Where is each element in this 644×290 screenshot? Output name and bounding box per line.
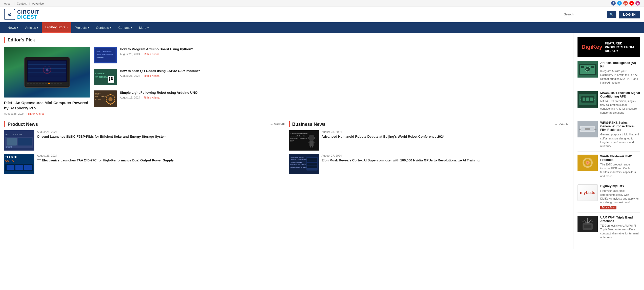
svg-text:ARDUINO USING: ARDUINO USING <box>97 53 113 56</box>
sidebar-product-title-5: UAM Wi-Fi Triple Band Antennas <box>600 216 640 223</box>
nav-more-arrow: ▾ <box>147 26 149 29</box>
editors-pick-grid: 🍇 Pilet - An Opensource Mini-Computer Po… <box>4 47 569 115</box>
svg-rect-32 <box>111 77 113 79</box>
search-button[interactable]: 🔍 <box>607 11 616 18</box>
sidebar-product-1[interactable]: MAX40109 Precision Signal Conditioning A… <box>578 91 640 118</box>
ep-list-author-0: Rithik Krisna <box>144 53 160 56</box>
login-button[interactable]: LOG IN <box>619 11 640 18</box>
sidebar-product-2[interactable]: WRIS-RSKS Series General-Purpose Thick-F… <box>578 121 640 152</box>
svg-rect-57 <box>15 165 23 170</box>
nav-contests[interactable]: Contests ▾ <box>93 23 115 33</box>
svg-text:ESP32-CAM: ESP32-CAM <box>95 73 105 75</box>
editors-pick-header: Editor's Pick <box>4 37 569 43</box>
nav-digikey-store[interactable]: DigiKey Store ▾ <box>42 22 71 33</box>
product-news-view-all[interactable]: → View All <box>270 123 284 126</box>
sidebar-product-info-0: Artificial Intelligence (AI) Kit Integra… <box>600 61 640 85</box>
product-news-title: Product News <box>8 122 38 127</box>
nav-contact[interactable]: Contact ▾ <box>115 23 136 33</box>
sidebar-product-info-3: Würth Elektronik EMC Products The EMC pr… <box>600 155 640 178</box>
sidebar-product-3[interactable]: Würth Elektronik EMC Products The EMC pr… <box>578 155 640 182</box>
business-news-item-1[interactable]: "Elon Musk Reveals Cortex AI Supercomput… <box>289 154 569 174</box>
svg-text:FOLLOWING: FOLLOWING <box>95 96 106 98</box>
contact-link[interactable]: Contact <box>17 2 27 5</box>
editors-pick-list-item-0[interactable]: PROGRAMMING ARDUINO USING PYTHON How to … <box>94 47 569 66</box>
product-news-item-1[interactable]: TAA DUAL OUTPUT August 23, 2024 TT Elect… <box>4 154 285 174</box>
svg-text:LIGHT: LIGHT <box>95 93 101 95</box>
digikey-banner[interactable]: DigiKey FEATURED PRODUCTS FROM DIGIKEY <box>578 37 640 57</box>
svg-text:PYTHON: PYTHON <box>97 57 104 58</box>
svg-text:"China Presents Advanced: "China Presents Advanced <box>290 133 308 134</box>
svg-text:🍇: 🍇 <box>45 68 49 71</box>
sidebar-product-4[interactable]: myLists DigiKey myLists Find your electr… <box>578 184 640 213</box>
product-news-header: Product News → View All <box>4 121 285 127</box>
nav-news[interactable]: News ▾ <box>4 23 22 33</box>
twitter-icon[interactable]: t <box>617 1 622 6</box>
svg-text:Si/SiC F5BP-PIMs: Si/SiC F5BP-PIMs <box>5 133 22 135</box>
product-news-item-0[interactable]: Si/SiC F5BP-PIMs onsemi August 28, 2024 … <box>4 130 285 151</box>
editors-pick-list-item-1[interactable]: ESP32-CAM QR CODE SCAN How to scan QR Co… <box>94 69 569 88</box>
sidebar-product-img-0: AI <box>578 61 598 78</box>
advertise-link[interactable]: Advertise <box>32 2 44 5</box>
svg-rect-35 <box>112 79 113 80</box>
sidebar: DigiKey FEATURED PRODUCTS FROM DIGIKEY A… <box>573 33 644 249</box>
raspberry-pi-illustration: 🍇 <box>19 52 75 92</box>
editors-pick-title: Editor's Pick <box>8 37 35 43</box>
svg-text:100,000 Nvidia GPUs to: 100,000 Nvidia GPUs to <box>290 164 306 165</box>
take-tour-button[interactable]: Take a Tour <box>600 206 616 209</box>
ep-list-thumb-1: ESP32-CAM QR CODE SCAN <box>94 69 117 85</box>
sidebar-product-title-3: Würth Elektronik EMC Products <box>600 155 640 162</box>
sidebar-product-desc-2: General-purpose thick-film, anti-sulfur … <box>600 133 640 148</box>
svg-rect-101 <box>585 128 590 130</box>
business-news-title-0: Advanced Humanoid Robots Debuts at Beiji… <box>322 134 569 139</box>
search-input[interactable] <box>561 11 607 18</box>
svg-text:2024": 2024" <box>290 140 294 142</box>
nav-news-arrow: ▾ <box>17 26 18 29</box>
news-columns: Product News → View All Si/SiC F5BP-PIMs… <box>4 121 569 178</box>
business-news-view-all[interactable]: → View All <box>555 123 569 126</box>
ep-list-author-2: Rithik Krisna <box>144 96 160 99</box>
svg-rect-33 <box>109 79 110 81</box>
editors-pick-main-article[interactable]: 🍇 Pilet - An Opensource Mini-Computer Po… <box>4 47 90 115</box>
youtube-icon[interactable]: ▶ <box>629 1 634 6</box>
sidebar-product-title-4: DigiKey myLists <box>600 184 640 188</box>
nav-more[interactable]: More ▾ <box>136 23 152 33</box>
svg-point-106 <box>587 162 588 163</box>
sidebar-product-5[interactable]: UAM Wi-Fi Triple Band Antennas TE Connec… <box>578 216 640 243</box>
about-link[interactable]: About <box>4 2 11 5</box>
svg-rect-13 <box>42 83 44 84</box>
product-news-col: Product News → View All Si/SiC F5BP-PIMs… <box>4 121 285 178</box>
logo-link[interactable]: ⚙ CIRCUIT DIGEST <box>4 9 39 20</box>
product-news-date-1: August 23, 2024 <box>37 154 285 157</box>
business-news-date-0: August 28, 2024 <box>322 130 569 133</box>
ep-list-info-1: How to scan QR Codes using ESP32-CAM mod… <box>120 69 569 77</box>
svg-text:TAA DUAL: TAA DUAL <box>5 156 18 159</box>
nav-projects[interactable]: Projects ▾ <box>71 23 93 33</box>
sidebar-product-img-3 <box>578 155 598 171</box>
svg-rect-86 <box>581 66 584 68</box>
svg-rect-16 <box>51 83 53 84</box>
googleplus-icon[interactable]: g+ <box>623 1 628 6</box>
instagram-icon[interactable]: ◉ <box>635 1 640 6</box>
business-news-col: Business News → View All "China Presents… <box>289 121 569 178</box>
nav-projects-arrow: ▾ <box>88 26 89 29</box>
svg-rect-87 <box>591 66 594 68</box>
svg-text:Humanoid Robots at the: Humanoid Robots at the <box>290 135 306 137</box>
svg-rect-65 <box>309 141 314 146</box>
editors-pick-list-item-2[interactable]: LIGHT FOLLOWING ROBOT Simple Light <box>94 90 569 109</box>
nav-articles-arrow: ▾ <box>37 26 38 29</box>
business-news-item-0[interactable]: "China Presents Advanced Humanoid Robots… <box>289 130 569 151</box>
ep-list-title-1: How to scan QR Codes using ESP32-CAM mod… <box>120 69 569 73</box>
editors-pick-main-image: 🍇 <box>4 47 90 98</box>
svg-text:Revolutionalize AI Training": Revolutionalize AI Training" <box>290 166 308 168</box>
sidebar-product-0[interactable]: AI Artificial Intelligence (AI) Kit Inte… <box>578 61 640 88</box>
facebook-icon[interactable]: f <box>611 1 616 6</box>
svg-rect-12 <box>39 83 41 84</box>
product-news-thumb-0: Si/SiC F5BP-PIMs onsemi <box>4 130 34 151</box>
business-news-thumb-1: "Elon Musk Reveals Cortex AI Supercomput… <box>289 154 319 174</box>
svg-text:A Powerhouse with: A Powerhouse with <box>290 161 303 163</box>
svg-text:Cortex AI Supercomputer:: Cortex AI Supercomputer: <box>290 159 307 160</box>
nav-articles[interactable]: Articles ▾ <box>22 23 42 33</box>
header-right: 🔍 LOG IN <box>561 11 640 18</box>
svg-point-64 <box>308 135 315 141</box>
main-nav: News ▾ Articles ▾ DigiKey Store ▾ Projec… <box>0 22 644 33</box>
